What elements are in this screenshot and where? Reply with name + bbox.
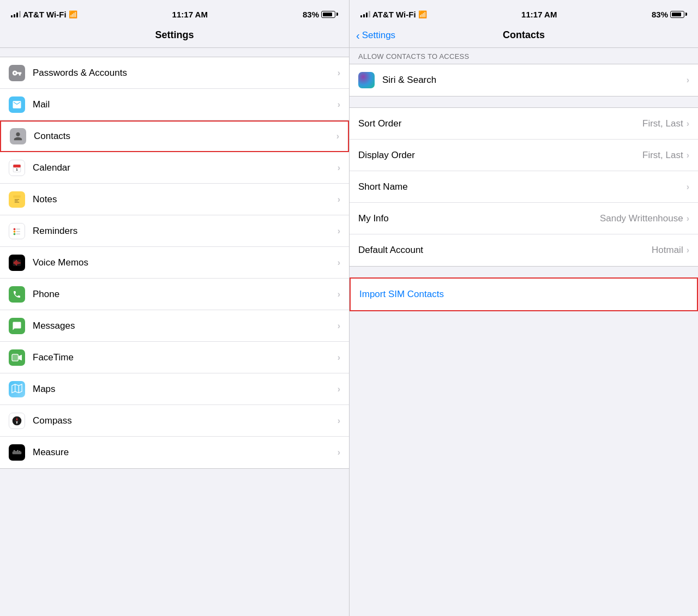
settings-row-display-order[interactable]: Display Order First, Last › xyxy=(350,140,698,171)
facetime-label: FaceTime xyxy=(33,352,338,363)
settings-row-mail[interactable]: Mail › xyxy=(0,89,349,120)
settings-row-siri[interactable]: Siri & Search › xyxy=(350,64,698,96)
back-label: Settings xyxy=(362,30,395,41)
settings-row-import-sim[interactable]: Import SIM Contacts xyxy=(351,279,697,310)
key-icon xyxy=(9,65,25,81)
battery-icon-left xyxy=(321,11,338,18)
left-panel: AT&T Wi-Fi 📶 11:17 AM 83% Settings xyxy=(0,0,349,616)
display-order-value: First, Last xyxy=(642,150,683,161)
settings-row-compass[interactable]: Compass › xyxy=(0,405,349,437)
svg-point-9 xyxy=(14,230,16,232)
contacts-settings-content: ALLOW CONTACTS TO ACCESS Siri & Search ›… xyxy=(350,48,698,616)
maps-label: Maps xyxy=(33,384,338,395)
import-sim-section: Import SIM Contacts xyxy=(350,277,698,311)
import-sim-label: Import SIM Contacts xyxy=(359,289,688,300)
chevron-siri: › xyxy=(687,75,689,85)
display-order-label: Display Order xyxy=(358,150,642,161)
carrier-right: AT&T Wi-Fi xyxy=(372,10,416,19)
calendar-icon: 1 xyxy=(9,160,25,176)
contacts-icon xyxy=(10,128,26,144)
siri-section: Siri & Search › xyxy=(350,64,698,96)
main-settings-section: Passwords & Accounts › Mail › xyxy=(0,57,349,469)
status-left: AT&T Wi-Fi 📶 xyxy=(11,10,77,19)
wifi-icon: 📶 xyxy=(69,10,77,19)
nav-bar-left: Settings xyxy=(0,24,349,48)
settings-row-sort-order[interactable]: Sort Order First, Last › xyxy=(350,108,698,140)
settings-row-messages[interactable]: Messages › xyxy=(0,310,349,342)
chevron-short-name: › xyxy=(687,182,689,192)
reminders-icon xyxy=(9,223,25,239)
measure-label: Measure xyxy=(33,447,338,458)
settings-row-maps[interactable]: Maps › xyxy=(0,373,349,405)
mail-label: Mail xyxy=(33,99,338,110)
siri-label: Siri & Search xyxy=(382,75,687,86)
mail-icon xyxy=(9,96,25,113)
contacts-label: Contacts xyxy=(34,131,336,142)
back-chevron-icon: ‹ xyxy=(356,30,360,41)
settings-row-default-account[interactable]: Default Account Hotmail › xyxy=(350,234,698,266)
svg-rect-20 xyxy=(20,262,21,263)
compass-icon xyxy=(9,413,25,429)
signal-bars xyxy=(11,11,21,17)
maps-icon xyxy=(9,381,25,397)
wifi-icon-right: 📶 xyxy=(418,10,427,19)
chevron-compass: › xyxy=(338,416,340,426)
siri-icon xyxy=(358,72,375,88)
messages-label: Messages xyxy=(33,321,338,331)
settings-list: Passwords & Accounts › Mail › xyxy=(0,48,349,616)
chevron-default-account: › xyxy=(687,245,689,255)
svg-marker-23 xyxy=(19,354,22,360)
settings-row-measure[interactable]: Measure › xyxy=(0,437,349,468)
settings-title: Settings xyxy=(155,29,194,41)
phone-icon xyxy=(9,286,25,303)
settings-row-calendar[interactable]: 1 Calendar › xyxy=(0,152,349,184)
phone-label: Phone xyxy=(33,289,338,300)
my-info-value: Sandy Writtenhouse xyxy=(600,213,683,224)
chevron-my-info: › xyxy=(687,214,689,224)
status-bar-left: AT&T Wi-Fi 📶 11:17 AM 83% xyxy=(0,0,349,24)
settings-row-facetime[interactable]: FaceTime › xyxy=(0,342,349,373)
notes-label: Notes xyxy=(33,194,338,205)
svg-point-10 xyxy=(14,233,16,235)
settings-row-contacts[interactable]: Contacts › xyxy=(0,120,349,152)
carrier-label: AT&T Wi-Fi xyxy=(23,10,67,19)
spacer-1 xyxy=(350,96,698,107)
settings-row-passwords[interactable]: Passwords & Accounts › xyxy=(0,57,349,89)
battery-pct-right: 83% xyxy=(652,10,668,19)
my-info-label: My Info xyxy=(358,213,600,224)
right-panel: AT&T Wi-Fi 📶 11:17 AM 83% ‹ Settings Con… xyxy=(349,0,698,616)
svg-rect-16 xyxy=(15,261,16,265)
settings-row-phone[interactable]: Phone › xyxy=(0,279,349,310)
status-right-left: 83% xyxy=(303,10,338,19)
status-bar-right: AT&T Wi-Fi 📶 11:17 AM 83% xyxy=(350,0,698,24)
sort-order-label: Sort Order xyxy=(358,118,642,129)
settings-row-reminders[interactable]: Reminders › xyxy=(0,215,349,247)
back-button[interactable]: ‹ Settings xyxy=(356,30,395,41)
measure-icon xyxy=(9,444,25,461)
svg-rect-17 xyxy=(16,259,17,265)
reminders-label: Reminders xyxy=(33,226,338,237)
svg-rect-13 xyxy=(16,233,21,234)
chevron-mail: › xyxy=(338,100,340,110)
sort-order-value: First, Last xyxy=(642,118,683,129)
settings-row-notes[interactable]: Notes › xyxy=(0,184,349,215)
settings-row-my-info[interactable]: My Info Sandy Writtenhouse › xyxy=(350,203,698,234)
voicememos-icon xyxy=(9,255,25,271)
chevron-sort-order: › xyxy=(687,119,689,129)
chevron-display-order: › xyxy=(687,150,689,160)
settings-row-short-name[interactable]: Short Name › xyxy=(350,171,698,203)
short-name-label: Short Name xyxy=(358,182,687,192)
battery-pct-left: 83% xyxy=(303,10,319,19)
notes-icon xyxy=(9,191,25,208)
chevron-passwords: › xyxy=(338,68,340,78)
chevron-phone: › xyxy=(338,289,340,299)
chevron-facetime: › xyxy=(338,353,340,363)
chevron-calendar: › xyxy=(338,163,340,173)
settings-row-voicememos[interactable]: Voice Memos › xyxy=(0,247,349,279)
chevron-reminders: › xyxy=(338,226,340,236)
status-left-right: AT&T Wi-Fi 📶 xyxy=(360,10,427,19)
messages-icon xyxy=(9,318,25,334)
calendar-label: Calendar xyxy=(33,162,338,173)
svg-rect-19 xyxy=(19,262,20,264)
facetime-icon xyxy=(9,349,25,366)
